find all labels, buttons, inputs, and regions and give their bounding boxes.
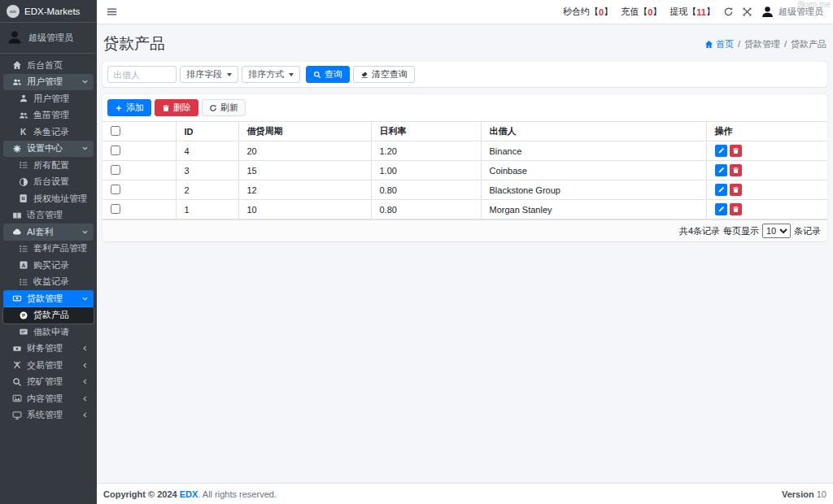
refresh-button[interactable]: 刷新 [202, 99, 246, 116]
sort-order-dropdown[interactable]: 排序方式 [242, 66, 300, 83]
lender-search-input[interactable] [107, 66, 177, 83]
brand[interactable]: edx EDX-Markets [0, 0, 97, 23]
desktop-icon [11, 410, 22, 420]
loan-products-table: ID 借贷周期 日利率 出借人 操作 4 20 1.20 Binance [102, 121, 827, 219]
table-row: 1 10 0.80 Morgan Stanley [102, 200, 827, 219]
sidebar-item-label: 用户管理 [33, 93, 69, 105]
adjust-icon [18, 176, 28, 187]
sidebar: edx EDX-Markets 超级管理员 后台首页 用户管理 用户管理 鱼苗管… [0, 0, 97, 504]
sidebar-item-label: 鱼苗管理 [33, 109, 69, 121]
row-checkbox[interactable] [111, 165, 120, 175]
svg-text:B: B [21, 197, 25, 202]
delete-row-button[interactable] [730, 145, 742, 157]
stat-value: 11 [696, 7, 706, 17]
top-navbar: 秒合约【0】 充值【0】 提现【11】 超级管理员 [97, 0, 833, 24]
query-button[interactable]: 查询 [306, 66, 350, 83]
stat-withdrawal[interactable]: 提现【11】 [669, 6, 715, 18]
sidebar-item-auth-address[interactable]: B 授权地址管理 [3, 190, 94, 207]
sidebar-item-income-records[interactable]: 收益记录 [3, 274, 94, 291]
sidebar-item-label: 贷款产品 [33, 309, 69, 321]
edit-button[interactable] [715, 164, 727, 176]
brand-logo-text: edx [10, 9, 16, 14]
home-icon [11, 60, 22, 71]
sidebar-item-system-management[interactable]: 系统管理 [3, 407, 94, 424]
user-panel[interactable]: 超级管理员 [0, 23, 97, 54]
edit-button[interactable] [715, 203, 727, 215]
chevron-left-icon [81, 378, 89, 385]
cell-period: 15 [238, 161, 371, 180]
per-page-select[interactable]: 10 [762, 224, 791, 238]
column-header-actions: 操作 [706, 122, 827, 141]
sidebar-item-fish-management[interactable]: 鱼苗管理 [3, 107, 94, 124]
search-icon [11, 376, 22, 387]
stat-deposit[interactable]: 充值【0】 [621, 6, 661, 18]
user-icon [18, 93, 28, 104]
sidebar-item-arbitrage-products[interactable]: 套利产品管理 [3, 241, 94, 258]
clear-query-button[interactable]: 清空查询 [353, 66, 415, 83]
menu-toggle-icon[interactable] [107, 7, 117, 17]
sidebar-item-label: 系统管理 [27, 409, 63, 421]
delete-button[interactable]: 删除 [155, 99, 198, 116]
sidebar-item-loan-products[interactable]: P 贷款产品 [3, 307, 94, 324]
select-all-checkbox[interactable] [111, 126, 120, 136]
table-toolbar: 添加 删除 刷新 [102, 94, 827, 121]
sidebar-item-label: 内容管理 [27, 393, 63, 405]
edit-button[interactable] [715, 184, 727, 196]
stat-seconds-contract[interactable]: 秒合约【0】 [563, 6, 613, 18]
delete-row-button[interactable] [730, 203, 742, 215]
breadcrumb-item: 贷款管理 [744, 38, 780, 50]
cell-rate: 0.80 [371, 180, 481, 200]
cell-period: 20 [238, 141, 371, 161]
sidebar-item-loan-management[interactable]: 贷款管理 [3, 290, 94, 307]
sidebar-item-backend-settings[interactable]: 后台设置 [3, 174, 94, 191]
letter-a-square-icon: A [18, 260, 28, 271]
refresh-icon[interactable] [723, 7, 734, 17]
fullscreen-icon[interactable] [742, 7, 752, 17]
sidebar-item-kill-records[interactable]: K 杀鱼记录 [3, 124, 94, 141]
cell-rate: 1.00 [371, 161, 481, 180]
sidebar-item-all-config[interactable]: 所有配置 [3, 157, 94, 174]
pencil-icon [717, 206, 725, 213]
sidebar-item-settings-center[interactable]: 设置中心 [3, 141, 94, 158]
sidebar-item-loan-applications[interactable]: 借款申请 [3, 324, 94, 341]
chevron-down-icon [81, 145, 89, 152]
sidebar-item-purchase-records[interactable]: A 购买记录 [3, 257, 94, 274]
navbar-right: 秒合约【0】 充值【0】 提现【11】 超级管理员 [563, 5, 823, 19]
eraser-icon [360, 71, 369, 79]
sidebar-item-finance-management[interactable]: 财务管理 [3, 341, 94, 358]
trash-icon [162, 104, 170, 112]
pagination-footer: 共4条记录 每页显示 10 条记录 [102, 219, 827, 241]
sidebar-item-label: 设置中心 [27, 142, 63, 154]
sidebar-item-users[interactable]: 用户管理 [3, 90, 94, 107]
sidebar-item-trade-management[interactable]: 交易管理 [3, 357, 94, 374]
sidebar-item-label: 购买记录 [33, 259, 69, 272]
cell-lender: Morgan Stanley [481, 200, 706, 219]
add-button[interactable]: 添加 [107, 99, 151, 116]
trade-icon [11, 360, 22, 371]
delete-row-button[interactable] [730, 164, 742, 176]
kill-record-icon: K [18, 127, 28, 137]
cell-id: 1 [176, 200, 238, 219]
breadcrumb-separator: / [738, 39, 740, 49]
main-area: 8kvm.me 秒合约【0】 充值【0】 提现【11】 超级管理员 [97, 0, 833, 504]
plus-icon [115, 104, 123, 112]
row-checkbox[interactable] [111, 146, 120, 155]
footer-brand-link[interactable]: EDX [180, 489, 198, 499]
money-bill-icon [11, 293, 22, 304]
row-checkbox[interactable] [111, 204, 120, 214]
cell-lender: Binance [481, 141, 706, 161]
breadcrumb-home-link[interactable]: 首页 [704, 38, 734, 50]
sidebar-item-label: 所有配置 [33, 159, 69, 172]
sidebar-item-mining-management[interactable]: 挖矿管理 [3, 374, 94, 391]
sort-field-dropdown[interactable]: 排序字段 [180, 66, 238, 83]
edit-button[interactable] [715, 145, 727, 157]
delete-row-button[interactable] [730, 184, 742, 196]
sidebar-item-language[interactable]: 语言管理 [3, 207, 94, 224]
row-checkbox[interactable] [111, 185, 120, 194]
sidebar-item-dashboard[interactable]: 后台首页 [3, 57, 94, 74]
sidebar-item-ai-arbitrage[interactable]: AI套利 [3, 224, 94, 241]
version-label: Version [782, 489, 814, 499]
sidebar-item-label: 财务管理 [27, 342, 63, 354]
sidebar-item-content-management[interactable]: 内容管理 [3, 390, 94, 407]
sidebar-item-user-management[interactable]: 用户管理 [3, 74, 94, 91]
